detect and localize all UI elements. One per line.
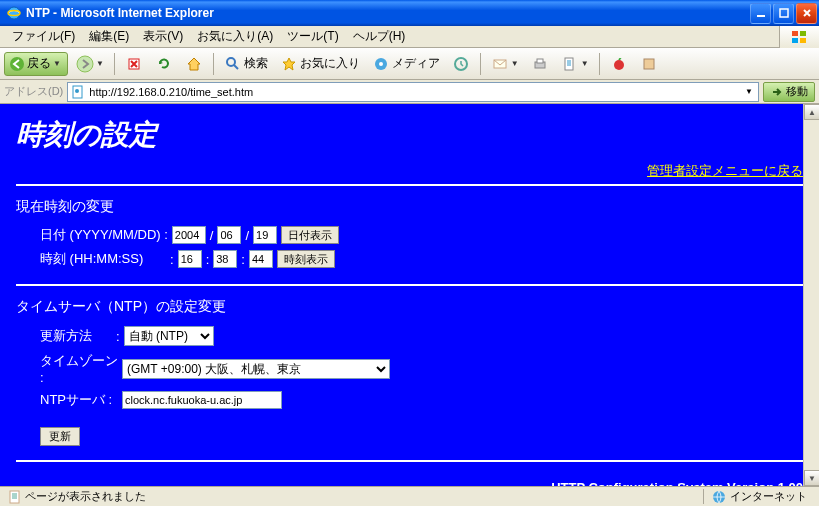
time-minute-input[interactable] [213, 250, 237, 268]
forward-button[interactable]: ▼ [72, 52, 108, 76]
history-button[interactable] [448, 52, 474, 76]
time-row: 時刻 (HH:MM:SS) : : : 時刻表示 [40, 250, 803, 268]
svg-point-13 [379, 62, 383, 66]
extra-icon [640, 55, 658, 73]
refresh-icon [155, 55, 173, 73]
back-label: 戻る [27, 55, 51, 72]
timezone-row: タイムゾーン : (GMT +09:00) 大阪、札幌、東京 [40, 352, 803, 385]
url-input[interactable] [89, 86, 742, 98]
svg-rect-20 [644, 59, 654, 69]
date-month-input[interactable] [217, 226, 241, 244]
time-label: 時刻 (HH:MM:SS) [40, 250, 166, 268]
svg-point-19 [614, 60, 624, 70]
date-row: 日付 (YYYY/MM/DD) : / / 日付表示 [40, 226, 803, 244]
chevron-down-icon: ▼ [53, 59, 61, 68]
menu-bar: ファイル(F) 編集(E) 表示(V) お気に入り(A) ツール(T) ヘルプ(… [0, 26, 819, 48]
stop-button[interactable] [121, 52, 147, 76]
section-current-time-title: 現在時刻の変更 [16, 198, 803, 216]
zone-label: インターネット [730, 489, 807, 504]
back-arrow-icon [9, 56, 25, 72]
maximize-button[interactable] [773, 3, 794, 24]
back-button[interactable]: 戻る ▼ [4, 52, 68, 76]
url-field-wrapper[interactable]: ▼ [67, 82, 759, 102]
scroll-down-button[interactable]: ▼ [804, 470, 819, 486]
colon-label: : [116, 329, 120, 344]
star-icon [280, 55, 298, 73]
svg-point-9 [77, 56, 93, 72]
search-button[interactable]: 検索 [220, 52, 272, 76]
menu-help[interactable]: ヘルプ(H) [347, 26, 412, 47]
close-button[interactable] [796, 3, 817, 24]
print-icon [531, 55, 549, 73]
address-label: アドレス(D) [4, 84, 63, 99]
address-bar: アドレス(D) ▼ 移動 [0, 80, 819, 104]
menu-file[interactable]: ファイル(F) [6, 26, 81, 47]
browser-viewport: 時刻の設定 管理者設定メニューに戻る 現在時刻の変更 日付 (YYYY/MM/D… [0, 104, 819, 486]
svg-point-22 [75, 89, 79, 93]
svg-rect-18 [565, 58, 573, 70]
toolbar-extra2-button[interactable] [636, 52, 662, 76]
time-display-button[interactable]: 時刻表示 [277, 250, 335, 268]
divider [16, 460, 803, 462]
separator [213, 53, 214, 75]
back-link-row: 管理者設定メニューに戻る [16, 162, 803, 180]
window-title: NTP - Microsoft Internet Explorer [26, 6, 214, 20]
update-method-row: 更新方法 : 自動 (NTP) [40, 326, 803, 346]
page-title: 時刻の設定 [16, 116, 803, 154]
refresh-button[interactable] [151, 52, 177, 76]
date-display-button[interactable]: 日付表示 [281, 226, 339, 244]
colon: : [241, 252, 245, 267]
minimize-button[interactable] [750, 3, 771, 24]
chevron-down-icon[interactable]: ▼ [742, 87, 756, 96]
time-second-input[interactable] [249, 250, 273, 268]
print-button[interactable] [527, 52, 553, 76]
toolbar: 戻る ▼ ▼ 検索 お気に入り メディア ▼ ▼ [0, 48, 819, 80]
ntp-server-label: NTPサーバ : [40, 391, 118, 409]
date-day-input[interactable] [253, 226, 277, 244]
vertical-scrollbar[interactable]: ▲ ▼ [803, 104, 819, 486]
separator [114, 53, 115, 75]
menu-edit[interactable]: 編集(E) [83, 26, 135, 47]
slash: / [210, 228, 214, 243]
footer-version: HTTP Configuration System Version 1.00 [16, 480, 803, 486]
time-hour-input[interactable] [178, 250, 202, 268]
svg-rect-3 [780, 9, 788, 17]
toolbar-extra1-button[interactable] [606, 52, 632, 76]
mail-button[interactable]: ▼ [487, 52, 523, 76]
go-arrow-icon [770, 85, 784, 99]
slash: / [245, 228, 249, 243]
favorites-button[interactable]: お気に入り [276, 52, 364, 76]
admin-menu-link[interactable]: 管理者設定メニューに戻る [647, 163, 803, 178]
favorites-label: お気に入り [300, 55, 360, 72]
update-button[interactable]: 更新 [40, 427, 80, 446]
edit-button[interactable]: ▼ [557, 52, 593, 76]
chevron-down-icon: ▼ [581, 59, 589, 68]
svg-point-11 [227, 58, 235, 66]
date-year-input[interactable] [172, 226, 206, 244]
menu-view[interactable]: 表示(V) [137, 26, 189, 47]
divider [16, 284, 803, 286]
home-icon [185, 55, 203, 73]
timezone-select[interactable]: (GMT +09:00) 大阪、札幌、東京 [122, 359, 390, 379]
scroll-up-button[interactable]: ▲ [804, 104, 819, 120]
page-content: 時刻の設定 管理者設定メニューに戻る 現在時刻の変更 日付 (YYYY/MM/D… [0, 104, 819, 486]
go-button[interactable]: 移動 [763, 82, 815, 102]
ntp-server-input[interactable] [122, 391, 282, 409]
update-method-label: 更新方法 [40, 327, 112, 345]
svg-rect-6 [792, 38, 798, 43]
forward-arrow-icon [76, 55, 94, 73]
home-button[interactable] [181, 52, 207, 76]
page-icon [8, 490, 22, 504]
status-bar: ページが表示されました インターネット [0, 486, 819, 506]
colon: : [206, 252, 210, 267]
apple-icon [610, 55, 628, 73]
mail-icon [491, 55, 509, 73]
section-ntp-title: タイムサーバ（NTP）の設定変更 [16, 298, 803, 316]
svg-rect-17 [537, 59, 543, 63]
media-button[interactable]: メディア [368, 52, 444, 76]
menu-favorites[interactable]: お気に入り(A) [191, 26, 279, 47]
go-label: 移動 [786, 84, 808, 99]
svg-rect-2 [757, 15, 765, 17]
update-method-select[interactable]: 自動 (NTP) [124, 326, 214, 346]
menu-tools[interactable]: ツール(T) [281, 26, 344, 47]
